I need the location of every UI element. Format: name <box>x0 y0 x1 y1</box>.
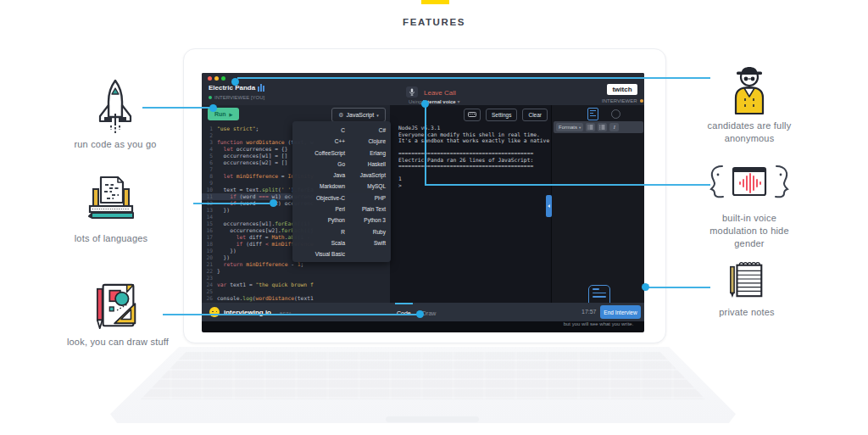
language-menu-item[interactable]: Clojure <box>347 138 386 149</box>
online-dot-icon <box>209 96 212 99</box>
notes-tab-icon[interactable] <box>587 108 598 120</box>
connector-dot-voice <box>421 100 429 108</box>
peer-status-dot-icon <box>640 99 643 103</box>
typewriter-icon <box>84 174 138 228</box>
code-line: 24var text1 = "the quick brown f <box>202 282 390 288</box>
shell-panel: Settings Clear NodeJS v6.3.1Everyone can… <box>390 105 551 303</box>
language-menu-item[interactable]: R <box>298 229 345 240</box>
connector-languages <box>193 203 270 204</box>
language-dropdown[interactable]: ⚙ JavaScript ▾ <box>331 108 386 122</box>
numbered-list-button[interactable] <box>586 123 595 131</box>
interviewingio-logo <box>209 307 220 317</box>
laptop-keys <box>141 352 705 399</box>
feature-private-notes: private notes <box>698 258 795 319</box>
language-menu-item[interactable]: Python <box>298 217 345 228</box>
feature-anonymous: candidates are fully anonymous <box>697 61 802 145</box>
numbered-list-icon <box>587 125 593 130</box>
language-menu-item[interactable]: Visual Basic <box>298 251 345 262</box>
yellow-accent-bar <box>421 0 449 4</box>
connector-run <box>142 107 210 109</box>
page-title: FEATURES <box>0 17 868 27</box>
gear-icon: ⚙ <box>338 112 343 119</box>
feature-draw: look, you can draw stuff <box>42 282 193 349</box>
language-menu-item[interactable]: C# <box>347 127 386 138</box>
code-line: 21 return minDifference - 1; <box>202 261 390 268</box>
notepad-icon <box>726 258 767 302</box>
language-menu-item[interactable]: MySQL <box>347 183 386 194</box>
connector-notes <box>648 287 710 288</box>
language-menu-item[interactable]: Markdown <box>298 183 345 194</box>
language-menu-item[interactable]: Erlang <box>347 150 386 161</box>
language-menu-item[interactable]: Haskell <box>347 161 386 172</box>
zoom-window-icon[interactable] <box>221 76 225 81</box>
language-menu-item[interactable]: Plain Text <box>347 206 386 217</box>
formats-dropdown[interactable]: Formats ▾ <box>556 123 583 131</box>
connector-anonymous <box>237 77 710 79</box>
connector-dot-draw <box>416 310 424 318</box>
drawing-tools-icon <box>92 282 143 332</box>
bullet-list-icon <box>599 125 605 130</box>
bullet-list-button[interactable] <box>598 123 607 131</box>
interviewingio-wordmark: interviewing.io <box>224 309 271 316</box>
voice-selector[interactable]: Using Internal voice ▾ <box>409 98 459 104</box>
connector-dot-notes <box>642 283 649 291</box>
microphone-button[interactable] <box>406 86 418 98</box>
clear-button[interactable]: Clear <box>522 109 548 121</box>
connector-dot-languages <box>270 199 277 207</box>
rocket-icon <box>93 78 137 134</box>
language-menu-item[interactable]: CoffeeScript <box>298 150 345 161</box>
language-menu-item[interactable]: JavaScript <box>347 172 386 183</box>
chat-tab-icon[interactable] <box>611 109 620 119</box>
language-menu-item[interactable]: C <box>298 127 345 138</box>
feature-label: built-in voice modulation to hide gender <box>698 212 800 250</box>
session-name: Electric Panda <box>209 84 255 92</box>
voice-modulation-icon <box>707 164 792 208</box>
microphone-icon <box>409 88 415 96</box>
language-menu-item[interactable]: Ruby <box>347 229 386 240</box>
chevron-left-icon <box>548 204 550 208</box>
feature-label: lots of languages <box>75 232 148 245</box>
language-menu-item[interactable]: Swift <box>347 240 386 251</box>
leave-call-button[interactable]: Leave Call <box>424 89 456 97</box>
italic-button[interactable]: I <box>609 123 619 131</box>
code-line: 25 <box>202 288 390 295</box>
tab-code[interactable]: Code <box>395 303 413 321</box>
language-menu-column-1: CC++CoffeeScriptGoJavaMarkdownObjective-… <box>298 127 345 263</box>
caret-down-icon: ▾ <box>376 113 379 118</box>
minimize-window-icon[interactable] <box>214 76 219 81</box>
language-menu-item[interactable]: PHP <box>347 195 386 206</box>
language-menu-item[interactable]: Python 3 <box>347 217 386 228</box>
panel-collapse-handle[interactable] <box>546 195 552 217</box>
feature-label: run code as you go <box>74 138 156 151</box>
keyboard-icon <box>468 112 476 117</box>
features-page: FEATURES Electric Panda INTERVIEWEE [YOU… <box>0 0 868 435</box>
connector-voice-vertical <box>425 105 426 185</box>
language-menu-item[interactable]: C++ <box>298 138 345 149</box>
connector-draw <box>163 314 417 315</box>
feature-languages: lots of languages <box>47 174 175 245</box>
end-interview-button[interactable]: End Interview <box>600 305 641 319</box>
language-menu: CC++CoffeeScriptGoJavaMarkdownObjective-… <box>292 121 391 262</box>
caret-down-icon: ▾ <box>579 125 581 130</box>
feature-voice: built-in voice modulation to hide gender <box>698 164 800 250</box>
language-menu-item[interactable]: Go <box>298 161 345 172</box>
language-menu-column-2: C#ClojureErlangHaskellJavaScriptMySQLPHP… <box>347 127 386 251</box>
keyboard-shortcuts-button[interactable] <box>464 109 481 121</box>
settings-button[interactable]: Settings <box>486 109 518 121</box>
code-line: 23 <box>202 275 390 282</box>
language-menu-item[interactable]: Java <box>298 172 345 183</box>
connector-dot-anonymous <box>231 78 239 86</box>
tab-draw[interactable]: Draw <box>422 304 436 321</box>
language-menu-item[interactable]: Scala <box>298 240 345 251</box>
play-icon: ▶ <box>230 112 233 117</box>
language-menu-item[interactable]: Objective-C <box>298 195 345 206</box>
code-line: 26console.log(wordDistance(text1 <box>202 295 390 302</box>
laptop-keyboard-deck <box>110 347 736 423</box>
feature-label: private notes <box>719 306 775 319</box>
language-menu-item[interactable]: Perl <box>298 206 345 217</box>
notes-format-toolbar: Formats ▾ I <box>554 121 643 133</box>
close-window-icon[interactable] <box>208 76 212 81</box>
feature-run-code: run code as you go <box>53 78 178 151</box>
feature-label: look, you can draw stuff <box>67 336 169 349</box>
self-status: INTERVIEWEE [YOU] <box>209 95 264 100</box>
